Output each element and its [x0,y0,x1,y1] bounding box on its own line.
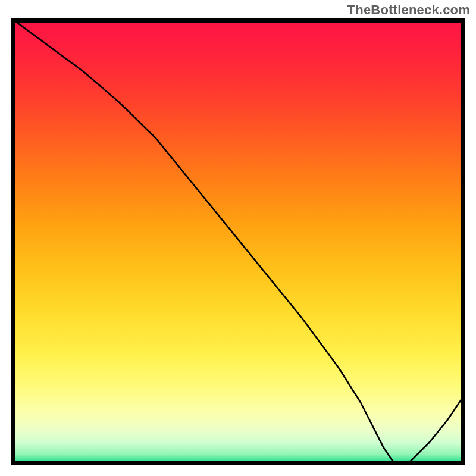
watermark-text: TheBottleneck.com [347,2,470,18]
plot-svg [11,18,465,465]
bottleneck-chart: TheBottleneck.com [0,0,476,476]
plot-area [11,18,465,465]
bottleneck-curve-line [11,18,465,465]
